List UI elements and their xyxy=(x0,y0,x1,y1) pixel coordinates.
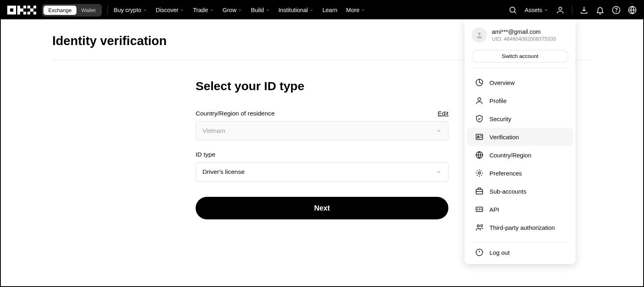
nav-label: Grow xyxy=(223,7,237,13)
nav-item-build[interactable]: Build xyxy=(251,7,269,13)
menu-label: Security xyxy=(489,116,511,122)
svg-point-7 xyxy=(478,98,481,101)
thirdparty-icon xyxy=(475,223,484,232)
menu-label: Third-party authorization xyxy=(489,224,555,231)
search-icon[interactable] xyxy=(508,6,517,14)
switch-account-button[interactable]: Switch account xyxy=(472,50,568,62)
menu-item-subaccounts[interactable]: Sub-accounts xyxy=(467,182,573,200)
page-body: Identity verification Select your ID typ… xyxy=(1,19,643,234)
nav-item-learn[interactable]: Learn xyxy=(322,7,337,13)
chevron-down-icon xyxy=(266,8,270,12)
primary-nav: Buy cryptoDiscoverTradeGrowBuildInstitut… xyxy=(114,7,365,13)
account-uid: UID: 464804082008375335 xyxy=(492,36,556,42)
menu-label: Verification xyxy=(489,134,519,140)
nav-item-grow[interactable]: Grow xyxy=(223,7,242,13)
country-icon xyxy=(475,151,484,159)
menu-label: Overview xyxy=(489,79,515,86)
chevron-down-icon xyxy=(210,8,214,12)
chevron-down-icon xyxy=(436,128,442,134)
chevron-down-icon xyxy=(238,8,242,12)
nav-label: Buy crypto xyxy=(114,7,141,13)
nav-label: More xyxy=(346,7,359,13)
svg-point-9 xyxy=(477,136,479,137)
assets-menu[interactable]: Assets xyxy=(524,7,549,13)
account-header: ami***@gmail.com UID: 464804082008375335 xyxy=(464,26,576,48)
chevron-down-icon xyxy=(361,8,365,12)
idtype-select[interactable]: Driver's license xyxy=(196,162,448,182)
form-title: Select your ID type xyxy=(196,79,448,93)
country-value: Vietnam xyxy=(202,127,225,134)
svg-point-14 xyxy=(477,225,480,227)
mode-exchange-button[interactable]: Exchange xyxy=(43,6,76,15)
svg-rect-8 xyxy=(476,134,483,140)
nav-divider xyxy=(107,6,108,14)
nav-item-more[interactable]: More xyxy=(346,7,365,13)
edit-country-link[interactable]: Edit xyxy=(438,110,448,117)
menu-item-verification[interactable]: Verification xyxy=(467,128,573,146)
chevron-down-icon xyxy=(180,8,184,12)
okx-logo[interactable] xyxy=(7,6,36,14)
account-email: ami***@gmail.com xyxy=(492,29,556,35)
svg-point-0 xyxy=(510,7,515,12)
api-icon xyxy=(475,205,484,214)
menu-label: Sub-accounts xyxy=(489,188,526,195)
country-select[interactable]: Vietnam xyxy=(196,121,448,140)
nav-item-buy-crypto[interactable]: Buy crypto xyxy=(114,7,147,13)
nav-label: Discover xyxy=(156,7,178,13)
header-right: Assets xyxy=(508,6,637,14)
download-icon[interactable] xyxy=(580,6,588,14)
menu-label: API xyxy=(489,206,499,213)
top-header: Exchange Wallet Buy cryptoDiscoverTradeG… xyxy=(1,1,643,19)
menu-item-thirdparty[interactable]: Third-party authorization xyxy=(467,219,573,236)
menu-item-security[interactable]: Security xyxy=(467,110,573,128)
chevron-down-icon xyxy=(143,8,147,12)
nav-divider-2 xyxy=(572,6,572,14)
help-icon[interactable] xyxy=(612,6,621,14)
chevron-down-icon xyxy=(310,8,314,12)
menu-item-country[interactable]: Country/Region xyxy=(467,146,573,164)
svg-point-15 xyxy=(481,225,483,227)
svg-point-11 xyxy=(478,172,481,174)
menu-item-preferences[interactable]: Preferences xyxy=(467,164,573,182)
profile-icon[interactable] xyxy=(556,6,565,14)
svg-point-5 xyxy=(478,32,481,35)
nav-label: Build xyxy=(251,7,264,13)
account-dropdown: ami***@gmail.com UID: 464804082008375335… xyxy=(464,19,576,264)
avatar xyxy=(472,27,487,43)
nav-item-discover[interactable]: Discover xyxy=(156,7,184,13)
subaccounts-icon xyxy=(475,187,484,196)
menu-label-logout: Log out xyxy=(489,249,510,256)
nav-item-institutional[interactable]: Institutional xyxy=(279,7,314,13)
mode-wallet-button[interactable]: Wallet xyxy=(76,6,101,15)
id-form: Select your ID type Country/Region of re… xyxy=(196,79,448,219)
next-button[interactable]: Next xyxy=(196,197,448,219)
svg-point-1 xyxy=(559,7,561,10)
account-menu-list: OverviewProfileSecurityVerificationCount… xyxy=(464,70,576,240)
menu-item-api[interactable]: API xyxy=(467,200,573,218)
nav-item-trade[interactable]: Trade xyxy=(193,7,213,13)
menu-label: Country/Region xyxy=(489,152,531,159)
menu-divider xyxy=(472,242,568,242)
verification-icon xyxy=(475,132,484,141)
nav-label: Trade xyxy=(193,7,208,13)
overview-icon xyxy=(475,78,484,87)
menu-label: Profile xyxy=(489,97,507,104)
security-icon xyxy=(475,114,484,123)
assets-label: Assets xyxy=(524,7,542,13)
nav-label: Learn xyxy=(322,7,337,13)
chevron-down-icon xyxy=(436,169,442,175)
preferences-icon xyxy=(475,169,484,178)
menu-label: Preferences xyxy=(489,170,522,177)
mode-toggle: Exchange Wallet xyxy=(42,4,102,17)
menu-divider xyxy=(472,68,568,68)
menu-item-overview[interactable]: Overview xyxy=(467,74,573,91)
menu-item-logout[interactable]: Log out xyxy=(467,244,573,261)
country-label: Country/Region of residence xyxy=(196,110,275,117)
nav-label: Institutional xyxy=(279,7,308,13)
profile-icon xyxy=(475,96,484,105)
svg-point-3 xyxy=(616,12,617,12)
notifications-icon[interactable] xyxy=(596,6,605,14)
language-icon[interactable] xyxy=(628,6,637,14)
menu-item-profile[interactable]: Profile xyxy=(467,92,573,109)
idtype-value: Driver's license xyxy=(202,168,245,176)
